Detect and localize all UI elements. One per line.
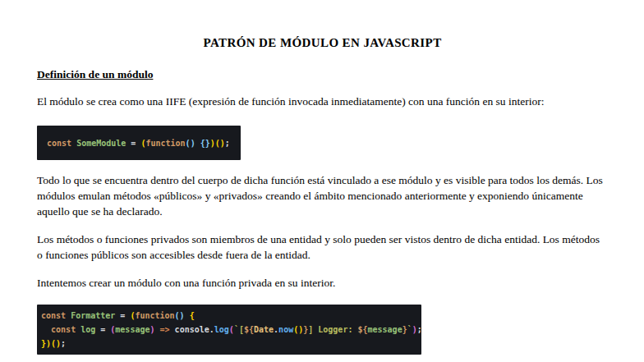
code-line: const Formatter = (function() {: [41, 309, 418, 323]
section-heading-definicion: Definición de un módulo: [37, 68, 608, 81]
code-block-formatter-module: const Formatter = (function() { const lo…: [37, 305, 421, 355]
paragraph-lets-create-module: Intentemos crear un módulo con una funci…: [37, 275, 608, 291]
code-line: const log = (message) => console.log(`[$…: [41, 323, 418, 337]
document-content: PATRÓN DE MÓDULO EN JAVASCRIPT Definició…: [0, 36, 644, 362]
paragraph-scope-explanation: Todo lo que se encuentra dentro del cuer…: [37, 172, 608, 219]
paragraph-private-public-methods: Los métodos o funciones privados son mie…: [37, 231, 608, 263]
code-line: const SomeModule = (function() {})();: [47, 136, 234, 150]
page-title: PATRÓN DE MÓDULO EN JAVASCRIPT: [37, 36, 608, 50]
code-block-some-module: const SomeModule = (function() {})();: [37, 126, 241, 160]
document-page: PATRÓN DE MÓDULO EN JAVASCRIPT Definició…: [0, 36, 644, 362]
paragraph-iife-intro: El módulo se crea como una IIFE (expresi…: [37, 94, 608, 109]
code-line: })();: [41, 337, 418, 351]
